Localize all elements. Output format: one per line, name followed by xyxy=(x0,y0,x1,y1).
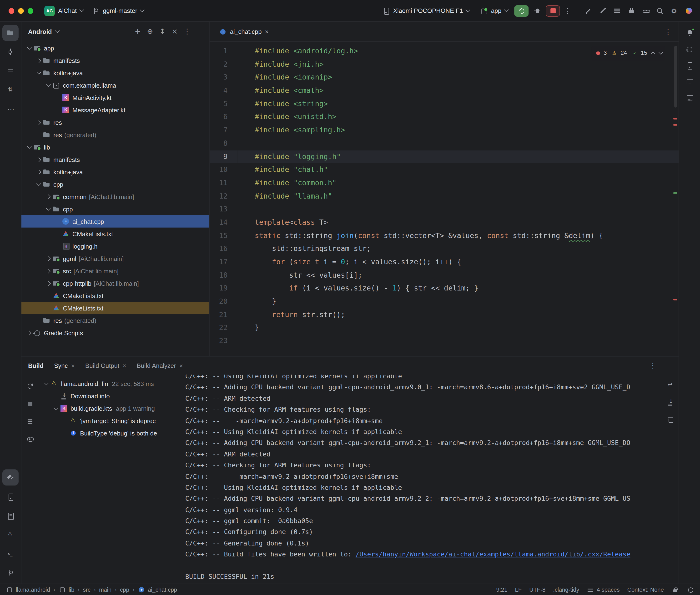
chevron-down-icon[interactable] xyxy=(44,81,52,89)
collapse-all-button[interactable]: × xyxy=(169,26,180,37)
settings-button[interactable] xyxy=(668,4,681,17)
version-control-button[interactable] xyxy=(2,565,19,581)
line-number[interactable]: 14 xyxy=(209,216,238,229)
tree-item-cmakelists-txt[interactable]: CMakeLists.txt xyxy=(22,302,209,314)
inspections-status-widget[interactable] xyxy=(687,586,694,593)
device-explorer-button[interactable] xyxy=(2,488,19,505)
chevron-right-icon[interactable] xyxy=(35,119,43,126)
add-button[interactable]: + xyxy=(132,26,143,37)
tree-item-res[interactable]: res(generated) xyxy=(22,314,209,327)
tree-item-messageadapter-kt[interactable]: MessageAdapter.kt xyxy=(22,104,209,116)
encoding-widget[interactable]: UTF-8 xyxy=(529,586,545,593)
scroll-to-end-button[interactable] xyxy=(665,396,676,408)
line-number[interactable]: 2 xyxy=(209,58,238,71)
line-number[interactable]: 15 xyxy=(209,229,238,243)
editor-tab-ai-chat-cpp[interactable]: ai_chat.cpp × xyxy=(214,22,274,41)
more-options-button[interactable]: ⋮ xyxy=(647,360,659,371)
tree-item-cpp-httplib[interactable]: cpp-httplib[AiChat.lib.main] xyxy=(22,277,209,289)
chevron-right-icon[interactable] xyxy=(35,168,43,176)
expand-all-button[interactable]: ↕ xyxy=(157,26,168,37)
close-window-button[interactable] xyxy=(8,8,14,13)
task-list-button[interactable] xyxy=(611,4,624,17)
more-actions-button[interactable]: ⋮ xyxy=(562,5,573,17)
editor-gutter[interactable]: 1234567891011121314151617181920212223 xyxy=(209,42,238,356)
chevron-right-icon[interactable] xyxy=(44,193,52,200)
line-number[interactable]: 7 xyxy=(209,124,238,137)
chevron-down-icon[interactable] xyxy=(35,69,43,77)
chevron-down-icon[interactable] xyxy=(35,180,43,188)
select-opened-file-button[interactable]: ⊕ xyxy=(144,26,156,37)
soft-wrap-button[interactable] xyxy=(665,379,676,391)
chevron-right-icon[interactable] xyxy=(44,255,52,262)
tree-item-common[interactable]: common[AiChat.lib.main] xyxy=(22,191,209,203)
line-number[interactable]: 10 xyxy=(209,163,238,176)
tree-item-cpp[interactable]: cpp xyxy=(22,203,209,215)
running-devices-button[interactable] xyxy=(681,73,698,89)
tree-item-logging-h[interactable]: logging.h xyxy=(22,240,209,252)
tree-item-gradle-scripts[interactable]: Gradle Scripts xyxy=(22,327,209,339)
more-tool-windows-button[interactable] xyxy=(2,101,19,117)
console-link[interactable]: /Users/hanyin/Workspace/ai-chat/examples… xyxy=(356,550,631,558)
run-configuration-selector[interactable]: app xyxy=(476,3,512,18)
sync-refresh-button[interactable] xyxy=(24,380,36,392)
vcs-branch-selector[interactable]: ggml-master xyxy=(88,3,148,18)
breadcrumb-ai-chat-cpp[interactable]: ai_chat.cpp xyxy=(138,586,177,593)
debug-button[interactable] xyxy=(530,4,544,17)
problems-button[interactable] xyxy=(2,527,19,543)
gemini-button[interactable] xyxy=(682,4,695,17)
commit-button[interactable] xyxy=(2,44,19,60)
breadcrumb-main[interactable]: main xyxy=(99,586,111,593)
editor-options-button[interactable]: ⋮ xyxy=(662,26,674,37)
chevron-right-icon[interactable] xyxy=(44,280,52,287)
search-everywhere-button[interactable] xyxy=(653,4,667,17)
clang-tidy-widget[interactable]: .clang-tidy xyxy=(553,586,579,593)
notifications-button[interactable] xyxy=(681,25,698,41)
line-number[interactable]: 23 xyxy=(209,335,238,348)
line-number[interactable]: 21 xyxy=(209,308,238,321)
chevron-right-icon[interactable] xyxy=(35,156,43,163)
gradle-button[interactable] xyxy=(681,41,698,57)
line-number[interactable]: 9 xyxy=(209,150,238,163)
line-number[interactable]: 13 xyxy=(209,203,238,216)
minimize-button[interactable]: — xyxy=(661,360,672,371)
line-number[interactable]: 8 xyxy=(209,137,238,150)
tree-item-res[interactable]: res(generated) xyxy=(22,129,209,141)
warnings-indicator[interactable]: 24 xyxy=(611,47,627,60)
breadcrumb-lib[interactable]: lib xyxy=(59,586,74,593)
filter-messages-button[interactable] xyxy=(24,416,36,427)
line-number[interactable]: 1 xyxy=(209,45,238,58)
chevron-down-icon[interactable] xyxy=(44,205,52,213)
hide-tool-window-button[interactable]: — xyxy=(194,26,205,37)
build-tree-item-build-gradle-kts[interactable]: build.gradle.ktsapp 1 warning xyxy=(38,402,181,415)
chevron-right-icon[interactable] xyxy=(35,57,43,64)
tree-item-manifests[interactable]: manifests xyxy=(22,153,209,166)
previous-problem-icon[interactable] xyxy=(651,52,655,56)
more-options-button[interactable]: ⋮ xyxy=(181,26,193,37)
device-manager-button[interactable] xyxy=(681,57,698,73)
line-number[interactable]: 20 xyxy=(209,295,238,308)
tree-item-cmakelists-txt[interactable]: CMakeLists.txt xyxy=(22,289,209,302)
line-number[interactable]: 22 xyxy=(209,321,238,335)
breadcrumb-cpp[interactable]: cpp xyxy=(120,586,129,593)
close-tab-icon[interactable]: × xyxy=(179,362,183,369)
tree-item-kotlin-java[interactable]: kotlin+java xyxy=(22,166,209,178)
line-number[interactable]: 4 xyxy=(209,84,238,97)
line-number[interactable]: 17 xyxy=(209,256,238,269)
build-tree-item-buildtype-debug-is-both-de[interactable]: BuildType 'debug' is both de xyxy=(38,427,181,439)
plugins-button[interactable] xyxy=(625,4,638,17)
chevron-right-icon[interactable] xyxy=(44,267,52,275)
logcat-button[interactable] xyxy=(2,507,19,523)
build-button[interactable] xyxy=(2,469,19,485)
tree-item-cmakelists-txt[interactable]: CMakeLists.txt xyxy=(22,228,209,240)
line-number[interactable]: 12 xyxy=(209,190,238,203)
line-number[interactable]: 16 xyxy=(209,243,238,255)
structure-button[interactable] xyxy=(2,63,19,79)
close-tab-icon[interactable]: × xyxy=(71,362,75,369)
inspections-widget[interactable]: 3 24 15 xyxy=(591,46,665,61)
tree-item-cpp[interactable]: cpp xyxy=(22,178,209,191)
stop-build-button[interactable] xyxy=(24,398,36,409)
close-tab-icon[interactable]: × xyxy=(123,362,126,369)
tree-item-src[interactable]: src[AiChat.lib.main] xyxy=(22,265,209,277)
editor-code[interactable]: #include <android/log.h>#include <jni.h>… xyxy=(238,42,678,356)
tree-item-ai-chat-cpp[interactable]: ai_chat.cpp xyxy=(22,215,209,228)
